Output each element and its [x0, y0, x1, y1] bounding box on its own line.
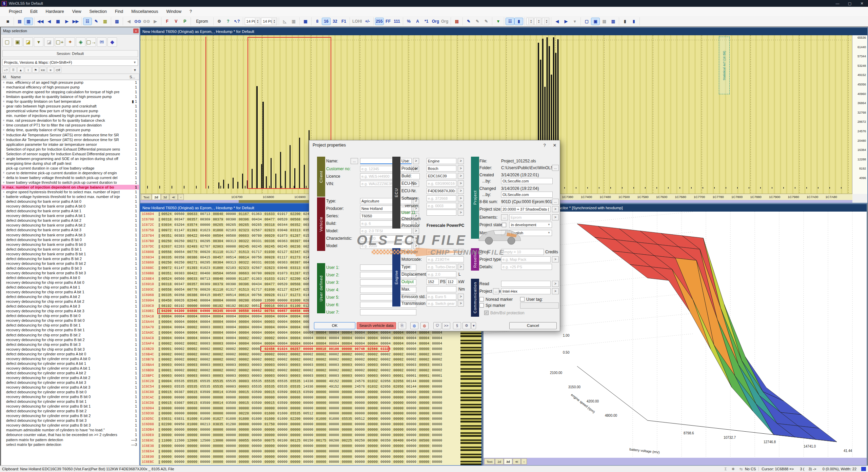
hex-cell[interactable]: 00000 — [160, 460, 173, 464]
hex-cell[interactable]: 00000 — [301, 433, 314, 437]
hex-cell[interactable]: 00000 — [160, 396, 173, 399]
map-list-icon[interactable]: ☷ — [83, 18, 92, 25]
hex-cell[interactable]: 00558 — [160, 288, 173, 292]
hex-cell[interactable]: 00000 — [430, 444, 443, 448]
hex-cell[interactable]: 00000 — [289, 407, 301, 410]
hex-cell[interactable]: 00560 — [173, 277, 185, 281]
hex-cell[interactable]: 00014 — [211, 401, 224, 405]
hex-cell[interactable]: 00000 — [276, 396, 289, 399]
engine-type-field[interactable] — [427, 264, 456, 270]
hex-cell[interactable]: 00000 — [417, 422, 430, 426]
hex-cell[interactable]: 00422 — [185, 234, 198, 238]
hex-cell[interactable]: 00358 — [173, 293, 185, 297]
hex-cell[interactable]: 00000 — [289, 455, 301, 459]
hex-cell[interactable]: 00003 — [198, 374, 211, 378]
hex-cell[interactable]: 00318 — [160, 218, 173, 221]
hex-cell[interactable]: 00000 — [327, 390, 340, 394]
user11-expand-button[interactable]: > — [458, 210, 464, 216]
map-list-item[interactable]: recovery debouncing for bank error paths… — [1, 271, 139, 275]
hex-cell[interactable]: 00000 — [340, 390, 353, 394]
add-map-icon[interactable]: ▢+ — [55, 37, 64, 47]
hex-cell[interactable]: 00654 — [173, 288, 185, 292]
hex-cell[interactable]: 00434 — [250, 282, 263, 286]
hex-cell[interactable]: 00000 — [276, 450, 289, 453]
hex-cell[interactable]: 00000 — [379, 428, 392, 432]
hex-cell[interactable]: 00002 — [392, 358, 405, 361]
hex-cell[interactable]: 00002 — [366, 369, 379, 372]
session-bar[interactable]: Session: Default — [2, 50, 138, 57]
hex-cell[interactable]: 00002 — [263, 369, 276, 372]
hex-cell[interactable]: 00002 — [237, 336, 250, 340]
pixel-grid-icon[interactable]: ▦ — [301, 18, 310, 25]
hex-cell[interactable]: 00000 — [224, 450, 237, 453]
hex-cell[interactable]: 00004 — [237, 320, 250, 324]
hex-cell[interactable]: 00004 — [392, 336, 405, 340]
hex-cell[interactable]: 00000 — [417, 379, 430, 383]
reseller-ptype-expand-button[interactable]: > — [552, 256, 559, 262]
hex-cell[interactable]: 00001 — [417, 374, 430, 378]
eprom-element-combo[interactable]: Eprom — [193, 19, 211, 24]
hex-cell[interactable]: 00004 — [276, 320, 289, 324]
hex-cell[interactable]: 00004 — [353, 336, 366, 340]
hex-cell[interactable]: 00000 — [301, 455, 314, 459]
hex-cell[interactable]: 02458 — [263, 347, 276, 351]
hex-cell[interactable]: 00520 — [276, 282, 289, 286]
hex-cell[interactable]: 00000 — [353, 455, 366, 459]
import-green-icon[interactable]: ▼ — [494, 18, 502, 25]
hex-cell[interactable]: 00313 — [224, 239, 237, 243]
hex-cell[interactable]: 00001 — [430, 374, 443, 378]
hex-cell[interactable]: 00003 — [211, 326, 224, 329]
plugin-icon[interactable]: ◆ — [107, 37, 117, 47]
hex-cell[interactable]: 00000 — [301, 428, 314, 432]
hex-cell[interactable]: 02056 — [392, 379, 405, 383]
hex-cell[interactable]: 00351 — [160, 234, 173, 238]
hex-cell[interactable]: 00004 — [430, 336, 443, 340]
hex-cell[interactable]: 00100 — [327, 347, 340, 351]
projects-versions-maps-dropdown[interactable]: Projects, Versions & Maps: (Ctrl+Shift+F… — [2, 59, 138, 66]
open-folder-icon[interactable]: ◪ — [23, 37, 33, 47]
hex-cell[interactable]: 00000 — [263, 450, 276, 453]
map-language-select[interactable]: ▼ English — [509, 230, 552, 236]
window-horizontal-icon[interactable]: ▤ — [600, 18, 608, 25]
hex-cell[interactable]: 01930 — [263, 250, 276, 254]
hex-cell[interactable]: 00002 — [405, 353, 417, 356]
hex-cell[interactable]: 00000 — [392, 407, 405, 410]
hex-cell[interactable]: 00000 — [430, 396, 443, 399]
hex-cell[interactable]: 00000 — [224, 396, 237, 399]
window-min-icon[interactable]: ▮ — [621, 18, 629, 25]
hex-cell[interactable]: 00002 — [173, 369, 185, 372]
hex-cell[interactable]: 00002 — [314, 353, 327, 356]
hex-cell[interactable]: 00000 — [417, 417, 430, 421]
hex-cell[interactable]: 00002 — [173, 342, 185, 346]
hex-cell[interactable]: 00004 — [173, 336, 185, 340]
hex-cell[interactable]: 01633 — [263, 277, 276, 281]
tab-3d[interactable]: 3d — [161, 194, 170, 200]
hex-cell[interactable]: 00004 — [250, 326, 263, 329]
hex-cell[interactable]: 00000 — [417, 460, 430, 464]
hex-cell[interactable]: 00004 — [289, 315, 301, 318]
hex-cell[interactable]: 00000 — [314, 460, 327, 464]
hex-cell[interactable]: 00663 — [237, 234, 250, 238]
hex-cell[interactable]: 00003 — [211, 374, 224, 378]
hex-cell[interactable]: 00000 — [185, 460, 198, 464]
hex-cell[interactable]: 00000 — [263, 460, 276, 464]
hex-cell[interactable]: 00000 — [430, 347, 443, 351]
hex-cell[interactable]: 00004 — [314, 331, 327, 335]
decimal-view-icon[interactable]: 255 — [375, 18, 383, 25]
hex-cell[interactable]: 00000 — [276, 428, 289, 432]
hex-cell[interactable]: 00004 — [379, 342, 392, 346]
hex-cell[interactable]: 00004 — [224, 336, 237, 340]
hex-cell[interactable]: 00000 — [340, 455, 353, 459]
hex-cell[interactable]: 00000 — [185, 455, 198, 459]
hex-cell[interactable]: 00002 — [211, 369, 224, 372]
hex-cell[interactable]: 00754 — [263, 309, 276, 313]
hex-cell[interactable]: 00000 — [250, 444, 263, 448]
tab-Text[interactable]: Text — [141, 194, 152, 200]
hex-cell[interactable]: 00004 — [211, 299, 224, 302]
hex-cell[interactable]: 06144 — [405, 385, 417, 389]
hex-cell[interactable]: 01032 — [366, 385, 379, 389]
hex-cell[interactable]: 00000 — [379, 401, 392, 405]
hex-cell[interactable]: 00000 — [430, 460, 443, 464]
hex-cell[interactable]: 01032 — [366, 379, 379, 383]
hex-cell[interactable]: 00002 — [327, 358, 340, 361]
